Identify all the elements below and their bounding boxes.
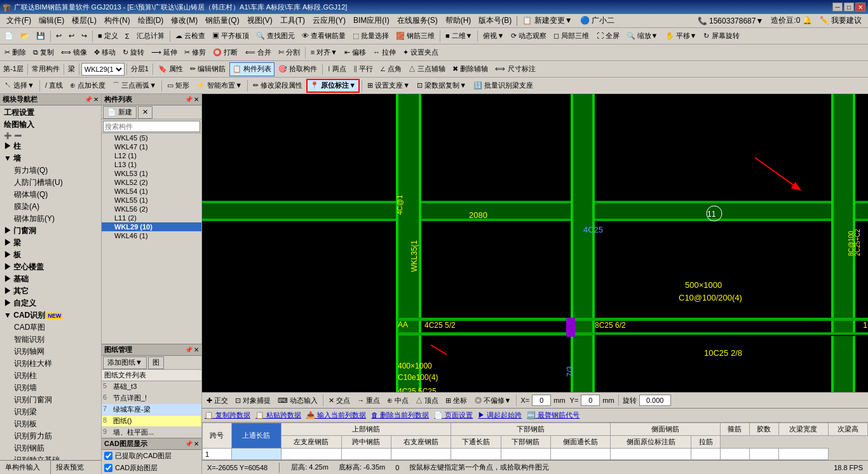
calc-btn[interactable]: 汇总计算: [133, 29, 168, 43]
nav-custom[interactable]: ▶ 自定义: [1, 297, 100, 309]
local-3d-btn[interactable]: ◻ 局部三维: [550, 29, 592, 43]
single-component-input[interactable]: 单构件输入: [0, 461, 51, 474]
drawing-file-8[interactable]: 8图纸(): [102, 416, 201, 427]
nav-id-slab[interactable]: 识别板: [1, 418, 100, 430]
open-btn[interactable]: 📂: [17, 29, 32, 43]
nav-column[interactable]: ▶ 柱: [1, 140, 100, 152]
td-tie-1[interactable]: [691, 449, 721, 460]
comp-item-wkl52[interactable]: WKL52 (2): [102, 178, 201, 187]
rebar-code-btn[interactable]: 🔤 最膂钢筋代号: [527, 410, 580, 420]
define-btn[interactable]: ■ 定义: [95, 29, 121, 43]
menu-online[interactable]: 在线服务(S): [393, 14, 442, 27]
menu-file[interactable]: 文件(F): [3, 14, 35, 27]
td-span-1[interactable]: 1: [203, 449, 232, 460]
cad-layer-close-icon[interactable]: ✕: [194, 440, 199, 447]
comp-item-wkl29[interactable]: WKL29 (10): [102, 222, 201, 231]
comp-item-wkl53[interactable]: WKL53 (1): [102, 169, 201, 178]
nav-other[interactable]: ▶ 其它: [1, 285, 100, 297]
nav-masonry-bar[interactable]: 砌体加筋(Y): [1, 213, 100, 225]
select-btn[interactable]: ↖ 选择▼: [1, 79, 37, 93]
point-length-btn[interactable]: ⊕ 点加长度: [67, 79, 109, 93]
nav-hollow[interactable]: ▶ 空心楼盖: [1, 261, 100, 273]
rebar-3d-btn[interactable]: 🧱 钢筋三维: [393, 29, 438, 43]
align-btn[interactable]: ≡ 对齐▼: [308, 46, 341, 60]
nav-membrane[interactable]: 膜染(A): [1, 201, 100, 213]
menu-draw[interactable]: 绘图(D): [134, 14, 168, 27]
maximize-btn[interactable]: □: [844, 3, 854, 11]
pick-comp-btn[interactable]: 🎯 拾取构件: [275, 62, 320, 76]
nav-openings[interactable]: ▶ 门窗洞: [1, 225, 100, 237]
new-btn[interactable]: 📄: [1, 29, 17, 43]
nav-id-col-detail[interactable]: 识别柱大样: [1, 358, 100, 370]
nav-foundation[interactable]: ▶ 基础: [1, 273, 100, 285]
nav-pin-icon[interactable]: 📌: [85, 96, 92, 103]
stretch-btn[interactable]: ↔ 拉伸: [370, 46, 399, 60]
vertex-btn[interactable]: △ 顶点: [412, 393, 442, 407]
td-side-long-1[interactable]: [550, 449, 611, 460]
extend-btn[interactable]: ⟶ 延伸: [148, 46, 180, 60]
menu-new-change[interactable]: 📋 新建变更▼: [519, 14, 576, 27]
three-point-axis-btn[interactable]: △ 三点辅轴: [405, 62, 449, 76]
nav-id-col[interactable]: 识别柱: [1, 370, 100, 382]
new-comp-btn[interactable]: 📄 新建: [103, 106, 137, 119]
comp-item-wkl56[interactable]: WKL56 (2): [102, 205, 201, 213]
endpoint-btn[interactable]: → 重点: [354, 393, 383, 407]
edit-rebar-btn[interactable]: ✏ 编辑钢筋: [187, 62, 229, 76]
menu-rebar-qty[interactable]: 钢筋量(Q): [201, 14, 243, 27]
nav-slab[interactable]: ▶ 板: [1, 249, 100, 261]
del-comp-btn[interactable]: ✕: [138, 106, 153, 119]
td-side-mark-1[interactable]: [611, 449, 691, 460]
td-left-seat-1[interactable]: [281, 449, 342, 460]
modify-beam-seg-btn[interactable]: ✏ 修改梁段属性: [250, 79, 306, 93]
comp-item-wkl45[interactable]: WKL45 (5): [102, 133, 201, 142]
drawing-canvas[interactable]: WKL35(1 4C@1 4C25 2080 8C25 6/2 4C25 5/2…: [202, 94, 868, 392]
nav-id-shear-bar[interactable]: 识别剪力筋: [1, 430, 100, 442]
td-right-seat-1[interactable]: [391, 449, 451, 460]
nav-masonry-wall[interactable]: 砌体墙(Q): [1, 189, 100, 201]
start-span-btn[interactable]: ▶ 调起起始跨: [478, 410, 522, 420]
cloud-check-btn[interactable]: ☁ 云检查: [172, 29, 208, 43]
pan-btn[interactable]: ✋ 平移▼: [662, 29, 700, 43]
dynamic-view-btn[interactable]: ⟳ 动态观察: [508, 29, 550, 43]
zoom-btn[interactable]: 🔍 缩放▼: [623, 29, 661, 43]
parallel-btn[interactable]: ∥ 平行: [350, 62, 376, 76]
nav-id-wall[interactable]: 识别墙: [1, 382, 100, 394]
nav-smart-id[interactable]: 智能识别: [1, 334, 100, 346]
point-angle-btn[interactable]: ∠ 点角: [377, 62, 405, 76]
two-point-btn[interactable]: ⁞ 两点: [325, 62, 349, 76]
drawing-file-7[interactable]: 7绿城车座-梁: [102, 404, 201, 416]
td-bot-rebar-1[interactable]: [501, 449, 550, 460]
set-anchor-btn[interactable]: ✦ 设置夹点: [400, 46, 442, 60]
level-top-btn[interactable]: ▣ 平齐板顶: [209, 29, 252, 43]
cad-layer-pin-icon[interactable]: 📌: [185, 440, 193, 447]
close-btn[interactable]: ✕: [855, 3, 865, 11]
redo-btn[interactable]: ↪: [78, 29, 90, 43]
wkl-select[interactable]: WKL29(1: [81, 63, 125, 76]
smart-layout-btn[interactable]: ⚡ 智能布置▼: [193, 79, 245, 93]
menu-guang-xiao[interactable]: 🔵 广小二: [576, 14, 618, 27]
arc-btn[interactable]: ⌒ 三点画弧▼: [109, 79, 159, 93]
intersect-btn[interactable]: ✕ 交点: [325, 393, 353, 407]
dim-label-btn[interactable]: ⟺ 尺寸标注: [492, 62, 538, 76]
find-elem-btn[interactable]: 🔍 查找图元: [253, 29, 298, 43]
td-bot-long-1[interactable]: [451, 449, 501, 460]
no-offset-btn[interactable]: ◎ 不偏修▼: [471, 393, 515, 407]
menu-floor[interactable]: 楼层(L): [68, 14, 100, 27]
line-btn[interactable]: / 直线: [42, 79, 66, 93]
menu-modify[interactable]: 修改(M): [167, 14, 201, 27]
sigma-btn[interactable]: Σ: [122, 29, 133, 43]
menu-version[interactable]: 版本号(B): [475, 14, 515, 27]
drawing-file-9[interactable]: 9墙、柱平面...: [102, 427, 201, 438]
td-top-long-1[interactable]: [231, 449, 281, 460]
save-btn[interactable]: 💾: [33, 29, 48, 43]
dynamic-input-btn[interactable]: ⌨ 动态输入: [275, 393, 321, 407]
rotate-btn[interactable]: ↻ 屏幕旋转: [700, 29, 742, 43]
top-view-btn[interactable]: 俯视▼: [480, 29, 507, 43]
comp-item-wkl47[interactable]: WKL47 (1): [102, 142, 201, 151]
view-rebar-btn[interactable]: 👁 查看钢筋量: [299, 29, 349, 43]
rotate-input[interactable]: [639, 395, 671, 406]
beam-copy-btn[interactable]: ⊡ 梁数据复制▼: [414, 79, 470, 93]
nav-afd-wall[interactable]: 人防门槽墙(U): [1, 177, 100, 189]
comp-item-wkl54[interactable]: WKL54 (1): [102, 187, 201, 196]
copy-span-btn[interactable]: 📋 复制跨数据: [205, 410, 250, 420]
